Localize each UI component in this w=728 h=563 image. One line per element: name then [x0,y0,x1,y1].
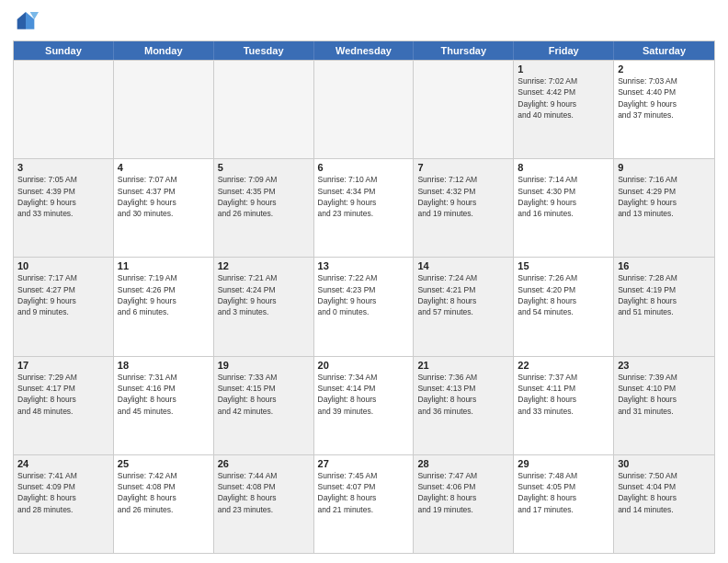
day-number: 21 [417,360,509,371]
day-info: Sunrise: 7:47 AM Sunset: 4:06 PM Dayligh… [417,470,509,515]
calendar: SundayMondayTuesdayWednesdayThursdayFrid… [13,40,715,554]
day-number: 7 [417,162,509,173]
day-info: Sunrise: 7:16 AM Sunset: 4:29 PM Dayligh… [618,174,711,219]
calendar-cell: 30Sunrise: 7:50 AM Sunset: 4:04 PM Dayli… [614,455,714,553]
weekday-header-monday: Monday [114,41,214,60]
calendar-cell: 5Sunrise: 7:09 AM Sunset: 4:35 PM Daylig… [214,159,314,257]
calendar-row-5: 24Sunrise: 7:41 AM Sunset: 4:09 PM Dayli… [14,454,714,553]
weekday-header-thursday: Thursday [414,41,514,60]
calendar-cell: 18Sunrise: 7:31 AM Sunset: 4:16 PM Dayli… [114,357,214,454]
calendar-body: 1Sunrise: 7:02 AM Sunset: 4:42 PM Daylig… [14,60,714,553]
day-info: Sunrise: 7:12 AM Sunset: 4:32 PM Dayligh… [417,174,509,219]
calendar-cell: 20Sunrise: 7:34 AM Sunset: 4:14 PM Dayli… [314,357,415,454]
day-info: Sunrise: 7:29 AM Sunset: 4:17 PM Dayligh… [17,372,109,417]
calendar-cell: 3Sunrise: 7:05 AM Sunset: 4:39 PM Daylig… [14,159,114,257]
day-info: Sunrise: 7:48 AM Sunset: 4:05 PM Dayligh… [518,470,609,515]
day-number: 15 [518,260,609,271]
day-info: Sunrise: 7:39 AM Sunset: 4:10 PM Dayligh… [618,372,711,417]
day-number: 14 [417,260,509,271]
day-number: 8 [518,162,609,173]
calendar-cell: 4Sunrise: 7:07 AM Sunset: 4:37 PM Daylig… [114,159,214,257]
calendar-cell: 1Sunrise: 7:02 AM Sunset: 4:42 PM Daylig… [514,61,614,158]
weekday-header-sunday: Sunday [14,41,114,60]
day-info: Sunrise: 7:21 AM Sunset: 4:24 PM Dayligh… [218,272,310,317]
day-info: Sunrise: 7:14 AM Sunset: 4:30 PM Dayligh… [518,174,609,219]
day-info: Sunrise: 7:42 AM Sunset: 4:08 PM Dayligh… [118,470,210,515]
day-info: Sunrise: 7:05 AM Sunset: 4:39 PM Dayligh… [17,174,109,219]
day-info: Sunrise: 7:45 AM Sunset: 4:07 PM Dayligh… [318,470,410,515]
calendar-cell: 23Sunrise: 7:39 AM Sunset: 4:10 PM Dayli… [614,357,714,454]
svg-marker-1 [17,12,26,29]
calendar-cell [114,61,214,158]
day-info: Sunrise: 7:36 AM Sunset: 4:13 PM Dayligh… [417,372,509,417]
calendar-cell [314,61,415,158]
calendar-header: SundayMondayTuesdayWednesdayThursdayFrid… [14,41,714,60]
day-number: 2 [618,63,711,75]
weekday-header-tuesday: Tuesday [214,41,314,60]
day-info: Sunrise: 7:19 AM Sunset: 4:26 PM Dayligh… [118,272,210,317]
day-number: 18 [118,360,210,371]
day-number: 5 [218,162,310,173]
day-number: 24 [17,458,109,469]
calendar-row-2: 3Sunrise: 7:05 AM Sunset: 4:39 PM Daylig… [14,158,714,257]
calendar-cell: 16Sunrise: 7:28 AM Sunset: 4:19 PM Dayli… [614,258,714,355]
calendar-cell: 25Sunrise: 7:42 AM Sunset: 4:08 PM Dayli… [114,455,214,553]
calendar-cell: 8Sunrise: 7:14 AM Sunset: 4:30 PM Daylig… [514,159,614,257]
calendar-cell: 24Sunrise: 7:41 AM Sunset: 4:09 PM Dayli… [14,455,114,553]
weekday-header-friday: Friday [514,41,614,60]
day-number: 1 [518,63,609,75]
calendar-cell [414,61,514,158]
day-number: 20 [318,360,410,371]
day-info: Sunrise: 7:37 AM Sunset: 4:11 PM Dayligh… [518,372,609,417]
day-info: Sunrise: 7:44 AM Sunset: 4:08 PM Dayligh… [218,470,310,515]
calendar-cell: 22Sunrise: 7:37 AM Sunset: 4:11 PM Dayli… [514,357,614,454]
calendar-cell: 11Sunrise: 7:19 AM Sunset: 4:26 PM Dayli… [114,258,214,355]
day-number: 22 [518,360,609,371]
day-number: 12 [218,260,310,271]
calendar-row-4: 17Sunrise: 7:29 AM Sunset: 4:17 PM Dayli… [14,356,714,454]
day-info: Sunrise: 7:22 AM Sunset: 4:23 PM Dayligh… [318,272,410,317]
day-number: 13 [318,260,410,271]
calendar-cell: 13Sunrise: 7:22 AM Sunset: 4:23 PM Dayli… [314,258,415,355]
calendar-cell: 2Sunrise: 7:03 AM Sunset: 4:40 PM Daylig… [614,61,714,158]
header [13,9,715,35]
day-number: 16 [618,260,711,271]
calendar-cell: 27Sunrise: 7:45 AM Sunset: 4:07 PM Dayli… [314,455,415,553]
day-info: Sunrise: 7:02 AM Sunset: 4:42 PM Dayligh… [518,75,609,121]
calendar-cell: 19Sunrise: 7:33 AM Sunset: 4:15 PM Dayli… [214,357,314,454]
calendar-cell: 9Sunrise: 7:16 AM Sunset: 4:29 PM Daylig… [614,159,714,257]
day-info: Sunrise: 7:26 AM Sunset: 4:20 PM Dayligh… [518,272,609,317]
day-info: Sunrise: 7:03 AM Sunset: 4:40 PM Dayligh… [618,75,711,121]
day-info: Sunrise: 7:09 AM Sunset: 4:35 PM Dayligh… [218,174,310,219]
calendar-cell: 14Sunrise: 7:24 AM Sunset: 4:21 PM Dayli… [414,258,514,355]
calendar-cell: 7Sunrise: 7:12 AM Sunset: 4:32 PM Daylig… [414,159,514,257]
day-number: 17 [17,360,109,371]
logo [13,9,42,35]
day-number: 26 [218,458,310,469]
day-info: Sunrise: 7:28 AM Sunset: 4:19 PM Dayligh… [618,272,711,317]
weekday-header-wednesday: Wednesday [314,41,415,60]
day-number: 19 [218,360,310,371]
calendar-cell [214,61,314,158]
day-info: Sunrise: 7:10 AM Sunset: 4:34 PM Dayligh… [318,174,410,219]
day-number: 30 [618,458,711,469]
day-number: 6 [318,162,410,173]
calendar-cell: 28Sunrise: 7:47 AM Sunset: 4:06 PM Dayli… [414,455,514,553]
day-info: Sunrise: 7:50 AM Sunset: 4:04 PM Dayligh… [618,470,711,515]
calendar-cell: 6Sunrise: 7:10 AM Sunset: 4:34 PM Daylig… [314,159,415,257]
day-info: Sunrise: 7:07 AM Sunset: 4:37 PM Dayligh… [118,174,210,219]
calendar-row-3: 10Sunrise: 7:17 AM Sunset: 4:27 PM Dayli… [14,257,714,355]
day-info: Sunrise: 7:33 AM Sunset: 4:15 PM Dayligh… [218,372,310,417]
day-info: Sunrise: 7:34 AM Sunset: 4:14 PM Dayligh… [318,372,410,417]
calendar-cell: 15Sunrise: 7:26 AM Sunset: 4:20 PM Dayli… [514,258,614,355]
day-number: 10 [17,260,109,271]
calendar-cell: 12Sunrise: 7:21 AM Sunset: 4:24 PM Dayli… [214,258,314,355]
day-number: 9 [618,162,711,173]
day-info: Sunrise: 7:17 AM Sunset: 4:27 PM Dayligh… [17,272,109,317]
day-number: 23 [618,360,711,371]
day-info: Sunrise: 7:41 AM Sunset: 4:09 PM Dayligh… [17,470,109,515]
day-number: 25 [118,458,210,469]
day-number: 11 [118,260,210,271]
calendar-cell: 21Sunrise: 7:36 AM Sunset: 4:13 PM Dayli… [414,357,514,454]
weekday-header-saturday: Saturday [614,41,714,60]
